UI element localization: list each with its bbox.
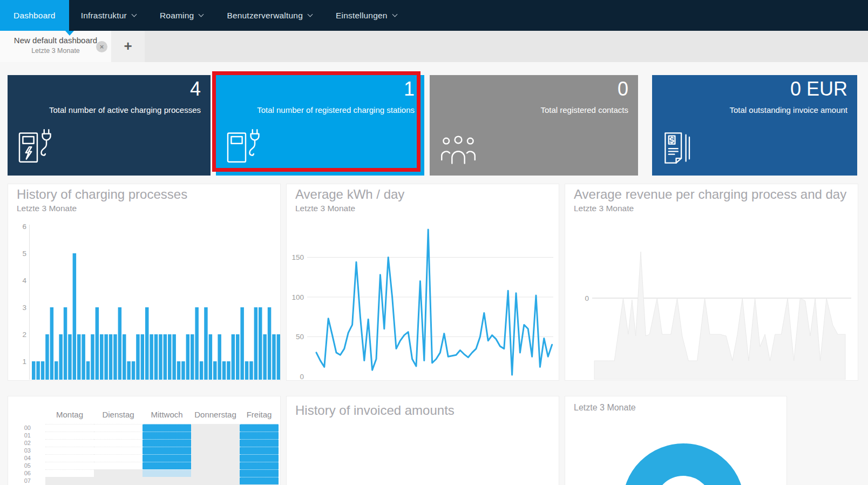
heatmap-cell[interactable] (94, 447, 143, 454)
heatmap-cell[interactable] (94, 424, 143, 432)
heatmap-cell[interactable] (143, 462, 191, 469)
nav-item-label: Einstellungen (336, 11, 388, 21)
heatmap-cell[interactable] (240, 462, 279, 469)
svg-text:6: 6 (22, 223, 26, 231)
kpi-registered-contacts[interactable]: 0 Total registered contacts (430, 75, 638, 176)
heatmap-cell[interactable] (45, 432, 94, 439)
heatmap-day-label: Dienstag (102, 410, 134, 419)
heatmap-cell[interactable] (45, 469, 94, 477)
line-chart: 050100150 (290, 217, 554, 380)
svg-text:0: 0 (300, 373, 304, 380)
heatmap-cell[interactable] (143, 424, 191, 432)
heatmap-cell[interactable] (143, 439, 191, 447)
nav-item-label: Roaming (160, 11, 194, 21)
chart-title: History of charging processes (17, 187, 187, 202)
heatmap-day-label: Mittwoch (151, 410, 182, 419)
donut-chart (565, 396, 787, 485)
kpi-label: Total number of active charging processe… (49, 105, 201, 114)
heatmap-day-label: Donnerstag (194, 410, 236, 419)
chart-subtitle: Letzte 3 Monate (17, 204, 77, 213)
svg-text:50: 50 (296, 333, 304, 341)
bar-chart: 123456 (13, 219, 281, 380)
nav-item-label: Dashboard (13, 11, 56, 21)
svg-text:4: 4 (22, 277, 26, 285)
kpi-active-charging-processes[interactable]: 4 Total number of active charging proces… (8, 75, 211, 176)
heatmap-cell[interactable] (240, 424, 279, 432)
heatmap-hour-label: 05 (15, 462, 31, 469)
chart-card-average-revenue: Average revenue per charging process and… (565, 184, 858, 381)
invoice-icon (662, 131, 699, 167)
charging-station-icon (226, 128, 266, 166)
nav-item-infrastruktur[interactable]: Infrastruktur (69, 0, 148, 31)
kpi-outstanding-invoice-amount[interactable]: 0 EUR Total outstanding invoice amount (652, 75, 857, 176)
nav-item-label: Benutzerverwaltung (227, 11, 303, 21)
heatmap-cell[interactable] (45, 447, 94, 454)
chart-card-donut: Letzte 3 Monate (565, 396, 787, 485)
active-nav-caret-icon (65, 31, 74, 36)
top-nav-bar: Dashboard Infrastruktur Roaming Benutzer… (0, 0, 868, 31)
chart-card-average-kwh-day: Average kWh / day Letzte 3 Monate 050100… (286, 184, 559, 381)
area-chart: 0 (571, 217, 857, 380)
heatmap-hour-label: 07 (15, 477, 31, 484)
heatmap-hour-label: 01 (15, 432, 31, 439)
kpi-value: 4 (190, 78, 201, 100)
heatmap-hour-label: 00 (15, 425, 31, 431)
heatmap-cell[interactable] (94, 432, 143, 439)
svg-text:0: 0 (585, 294, 589, 302)
chart-subtitle: Letzte 3 Monate (574, 204, 634, 213)
kpi-value: 0 (618, 78, 628, 100)
nav-item-einstellungen[interactable]: Einstellungen (324, 0, 409, 31)
heatmap-cell[interactable] (94, 454, 143, 462)
svg-text:3: 3 (22, 304, 26, 312)
add-dashboard-tab-button[interactable]: + (111, 31, 145, 62)
svg-text:1: 1 (22, 358, 26, 366)
kpi-registered-charging-stations[interactable]: 1 Total number of registered charging st… (216, 75, 424, 176)
svg-text:100: 100 (291, 293, 304, 301)
heatmap-cell[interactable] (45, 424, 94, 432)
chevron-down-icon (199, 11, 204, 17)
tab-new-default-dashboard[interactable]: New default dashboard Letzte 3 Monate × (0, 31, 111, 62)
heatmap-hour-label: 06 (15, 470, 31, 476)
chart-title: History of invoiced amounts (295, 403, 455, 418)
tab-title: New default dashboard (0, 36, 111, 45)
heatmap-cell[interactable] (94, 439, 143, 447)
charging-station-bolt-icon (17, 128, 57, 166)
chart-subtitle: Letzte 3 Monate (295, 204, 355, 213)
chart-card-history-charging-processes: History of charging processes Letzte 3 M… (8, 184, 281, 381)
heatmap-hour-label: 03 (15, 447, 31, 454)
kpi-value: 1 (404, 78, 415, 100)
heatmap-cell[interactable] (94, 462, 143, 469)
close-tab-button[interactable]: × (96, 41, 107, 52)
kpi-value: 0 EUR (790, 78, 847, 100)
chevron-down-icon (392, 11, 397, 17)
heatmap-cell[interactable] (143, 469, 191, 477)
heatmap-cell[interactable] (45, 462, 94, 469)
heatmap-cell[interactable] (143, 432, 191, 439)
heatmap-day-label: Freitag (247, 410, 272, 419)
heatmap-cell[interactable] (143, 447, 191, 454)
heatmap-cell[interactable] (45, 439, 94, 447)
heatmap-cell[interactable] (240, 454, 279, 462)
chevron-down-icon (131, 11, 137, 17)
heatmap-cell[interactable] (240, 439, 279, 447)
chart-title: Average revenue per charging process and… (574, 187, 846, 202)
nav-item-roaming[interactable]: Roaming (148, 0, 215, 31)
kpi-label: Total outstanding invoice amount (730, 105, 847, 114)
heatmap-cell[interactable] (240, 469, 279, 477)
heatmap-cell[interactable] (240, 447, 279, 454)
kpi-label: Total registered contacts (540, 105, 628, 114)
heatmap-cell[interactable] (45, 454, 94, 462)
heatmap-cell[interactable] (143, 454, 191, 462)
dashboard-tab-strip: New default dashboard Letzte 3 Monate × … (0, 31, 868, 62)
heatmap-cell[interactable] (240, 432, 279, 439)
chart-card-history-invoiced-amounts: History of invoiced amounts (286, 396, 559, 485)
kpi-label: Total number of registered charging stat… (257, 105, 415, 114)
heatmap-hour-label: 04 (15, 455, 31, 461)
tab-subtitle: Letzte 3 Monate (0, 47, 111, 55)
heatmap-hour-label: 02 (15, 440, 31, 446)
nav-item-dashboard[interactable]: Dashboard (0, 0, 69, 31)
nav-item-benutzerverwaltung[interactable]: Benutzerverwaltung (215, 0, 324, 31)
svg-text:2: 2 (22, 331, 26, 339)
heatmap-day-label: Montag (56, 410, 83, 419)
heatmap-cell[interactable] (240, 477, 279, 484)
